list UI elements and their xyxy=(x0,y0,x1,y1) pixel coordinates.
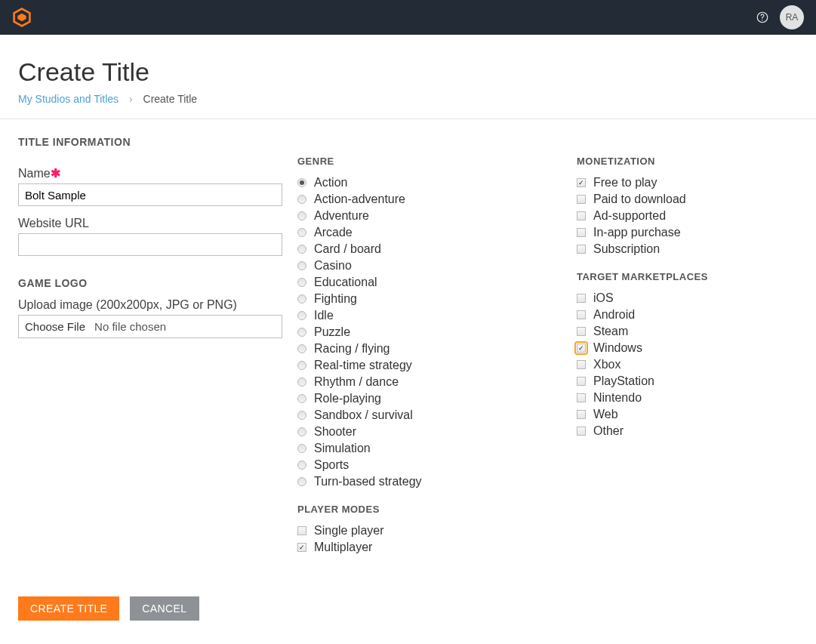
option-in-app-purchase[interactable]: In-app purchase xyxy=(577,224,796,241)
option-idle[interactable]: Idle xyxy=(297,307,562,324)
option-adventure[interactable]: Adventure xyxy=(297,208,562,224)
radio-icon[interactable] xyxy=(297,228,306,237)
option-paid-to-download[interactable]: Paid to download xyxy=(577,191,796,208)
radio-icon[interactable] xyxy=(297,178,306,187)
checkbox-icon[interactable] xyxy=(577,245,586,254)
radio-icon[interactable] xyxy=(297,245,306,254)
option-action-adventure[interactable]: Action-adventure xyxy=(297,191,562,208)
radio-icon[interactable] xyxy=(297,278,306,287)
option-xbox[interactable]: Xbox xyxy=(577,356,796,373)
option-sports[interactable]: Sports xyxy=(297,457,562,473)
option-turn-based-strategy[interactable]: Turn-based strategy xyxy=(297,473,562,490)
radio-icon[interactable] xyxy=(297,211,306,220)
radio-icon[interactable] xyxy=(297,461,306,470)
checkbox-icon[interactable] xyxy=(577,360,586,369)
breadcrumb-parent[interactable]: My Studios and Titles xyxy=(18,93,119,105)
checkbox-icon[interactable] xyxy=(577,294,586,303)
option-racing-flying[interactable]: Racing / flying xyxy=(297,340,562,357)
option-label: Android xyxy=(593,307,635,323)
checkbox-icon[interactable] xyxy=(297,543,306,552)
option-subscription[interactable]: Subscription xyxy=(577,241,796,257)
website-input[interactable] xyxy=(18,233,282,256)
option-fighting[interactable]: Fighting xyxy=(297,291,562,307)
checkbox-icon[interactable] xyxy=(577,228,586,237)
checkbox-icon[interactable] xyxy=(577,393,586,402)
option-card-board[interactable]: Card / board xyxy=(297,241,562,257)
radio-icon[interactable] xyxy=(297,195,306,204)
option-arcade[interactable]: Arcade xyxy=(297,224,562,241)
radio-icon[interactable] xyxy=(297,311,306,320)
option-playstation[interactable]: PlayStation xyxy=(577,373,796,390)
option-ios[interactable]: iOS xyxy=(577,290,796,307)
radio-icon[interactable] xyxy=(297,261,306,270)
radio-icon[interactable] xyxy=(297,328,306,337)
option-shooter[interactable]: Shooter xyxy=(297,424,562,440)
option-label: Sandbox / survival xyxy=(314,407,413,424)
option-rhythm-dance[interactable]: Rhythm / dance xyxy=(297,374,562,390)
option-simulation[interactable]: Simulation xyxy=(297,440,562,457)
cancel-button[interactable]: CANCEL xyxy=(130,596,199,621)
option-label: Sports xyxy=(314,457,349,473)
radio-icon[interactable] xyxy=(297,377,306,387)
choose-file-button[interactable]: Choose File xyxy=(23,319,87,334)
checkbox-icon[interactable] xyxy=(577,427,586,436)
option-label: Real-time strategy xyxy=(314,357,412,374)
help-icon[interactable] xyxy=(756,11,769,24)
checkbox-icon[interactable] xyxy=(577,410,586,419)
option-puzzle[interactable]: Puzzle xyxy=(297,324,562,340)
avatar[interactable]: RA xyxy=(780,5,804,29)
option-label: Simulation xyxy=(314,440,371,457)
checkbox-icon[interactable] xyxy=(577,310,586,319)
option-label: Free to play xyxy=(593,174,657,191)
option-label: In-app purchase xyxy=(593,224,681,241)
option-label: Adventure xyxy=(314,208,369,224)
name-input[interactable] xyxy=(18,183,282,206)
option-label: Puzzle xyxy=(314,324,350,340)
create-title-button[interactable]: CREATE TITLE xyxy=(18,596,119,621)
radio-icon[interactable] xyxy=(297,361,306,370)
file-input[interactable]: Choose File No file chosen xyxy=(18,315,282,338)
radio-icon[interactable] xyxy=(297,294,306,304)
option-educational[interactable]: Educational xyxy=(297,274,562,291)
option-sandbox-survival[interactable]: Sandbox / survival xyxy=(297,407,562,424)
option-steam[interactable]: Steam xyxy=(577,323,796,340)
section-title-info: TITLE INFORMATION xyxy=(18,136,798,148)
option-single-player[interactable]: Single player xyxy=(297,522,562,539)
radio-icon[interactable] xyxy=(297,477,306,486)
checkbox-icon[interactable] xyxy=(577,327,586,336)
option-other[interactable]: Other xyxy=(577,423,796,439)
svg-marker-1 xyxy=(17,14,26,21)
option-label: Ad-supported xyxy=(593,208,666,224)
checkbox-icon[interactable] xyxy=(297,526,306,535)
option-windows[interactable]: Windows xyxy=(577,340,796,356)
checkbox-icon[interactable] xyxy=(577,195,586,204)
checkbox-icon[interactable] xyxy=(577,211,586,220)
svg-point-3 xyxy=(762,20,762,20)
option-label: iOS xyxy=(593,290,614,307)
checkbox-icon[interactable] xyxy=(577,344,586,353)
option-nintendo[interactable]: Nintendo xyxy=(577,390,796,406)
option-label: Subscription xyxy=(593,241,660,257)
option-casino[interactable]: Casino xyxy=(297,257,562,274)
breadcrumb: My Studios and Titles › Create Title xyxy=(18,93,798,105)
option-label: PlayStation xyxy=(593,373,654,390)
option-label: Educational xyxy=(314,274,377,291)
radio-icon[interactable] xyxy=(297,411,306,420)
checkbox-icon[interactable] xyxy=(577,377,586,386)
radio-icon[interactable] xyxy=(297,427,306,436)
radio-icon[interactable] xyxy=(297,344,306,353)
logo-icon[interactable] xyxy=(12,8,32,27)
option-role-playing[interactable]: Role-playing xyxy=(297,390,562,407)
option-action[interactable]: Action xyxy=(297,174,562,191)
option-ad-supported[interactable]: Ad-supported xyxy=(577,208,796,224)
option-label: Fighting xyxy=(314,291,357,307)
radio-icon[interactable] xyxy=(297,394,306,403)
radio-icon[interactable] xyxy=(297,444,306,453)
option-web[interactable]: Web xyxy=(577,406,796,423)
checkbox-icon[interactable] xyxy=(577,178,586,187)
option-android[interactable]: Android xyxy=(577,307,796,323)
option-free-to-play[interactable]: Free to play xyxy=(577,174,796,191)
option-label: Web xyxy=(593,406,618,423)
option-multiplayer[interactable]: Multiplayer xyxy=(297,539,562,556)
option-real-time-strategy[interactable]: Real-time strategy xyxy=(297,357,562,374)
